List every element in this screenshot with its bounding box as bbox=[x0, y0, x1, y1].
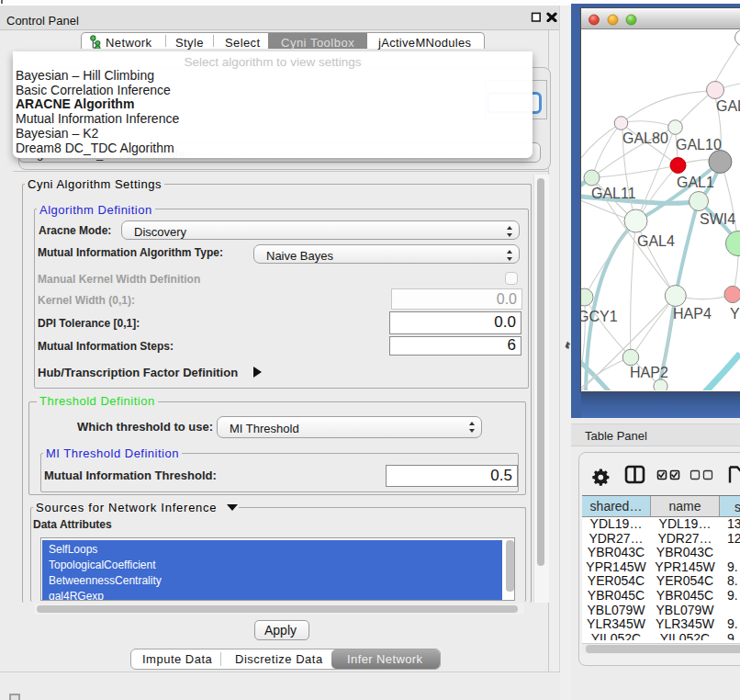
svg-text:GAL7: GAL7 bbox=[716, 98, 740, 114]
svg-text:YJ: YJ bbox=[730, 306, 740, 322]
svg-text:HAP4: HAP4 bbox=[673, 306, 712, 322]
svg-text:GAL80: GAL80 bbox=[622, 130, 668, 146]
svg-text:HAP2: HAP2 bbox=[630, 365, 668, 380]
svg-text:SWI4: SWI4 bbox=[700, 211, 735, 227]
svg-text:GAL4: GAL4 bbox=[637, 233, 675, 249]
svg-text:GCY1: GCY1 bbox=[577, 309, 618, 324]
svg-text:GAL10: GAL10 bbox=[676, 137, 722, 152]
svg-text:GAL11: GAL11 bbox=[591, 186, 636, 201]
svg-text:GAL1: GAL1 bbox=[677, 175, 714, 190]
